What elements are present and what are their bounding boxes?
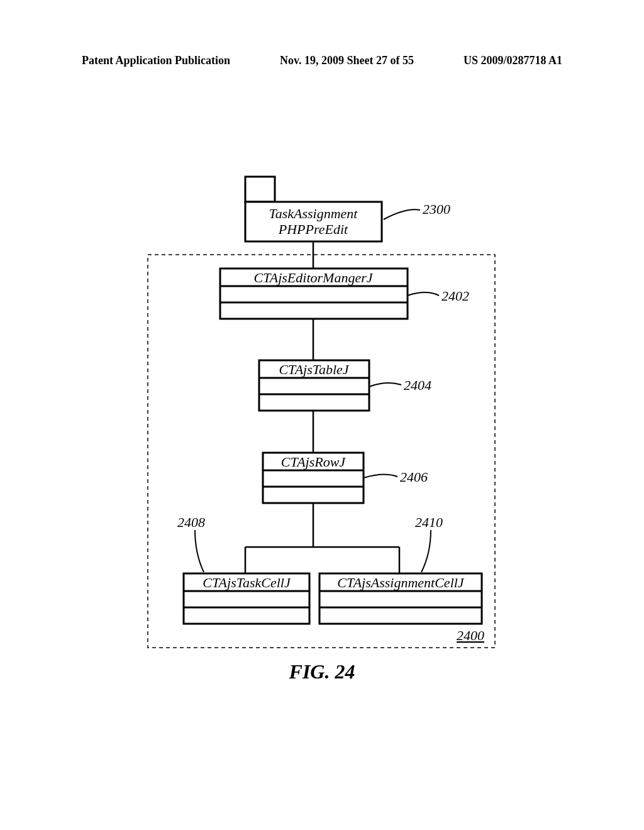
uml-class-2300-title-line1: TaskAssignment — [269, 206, 358, 221]
ref-2300: 2300 — [423, 201, 450, 218]
uml-class-2300: TaskAssignment PHPPreEdit — [245, 177, 382, 241]
uml-class-2408-title: CTAjsTaskCellJ — [203, 575, 291, 590]
leader-2404 — [369, 383, 401, 387]
uml-class-2406-title: CTAjsRowJ — [281, 454, 347, 470]
uml-class-2406: CTAjsRowJ — [263, 453, 364, 503]
uml-class-2300-title-line2: PHPPreEdit — [278, 221, 348, 237]
uml-class-2404: CTAjsTableJ — [259, 360, 369, 411]
ref-2400: 2400 — [457, 628, 484, 643]
uml-class-2408: CTAjsTaskCellJ — [184, 573, 309, 624]
uml-class-2404-title: CTAjsTableJ — [279, 362, 349, 377]
figure-caption: FIG. 24 — [0, 660, 644, 683]
svg-rect-0 — [245, 177, 275, 202]
leader-2406 — [364, 474, 397, 478]
ref-2404: 2404 — [404, 377, 431, 394]
leader-2408 — [195, 530, 204, 572]
ref-2410: 2410 — [415, 514, 443, 531]
leader-2410 — [421, 530, 431, 572]
figure-24-diagram: TaskAssignment PHPPreEdit CTAjsEditorMan… — [0, 0, 644, 830]
ref-2406: 2406 — [400, 469, 428, 485]
leader-2300 — [384, 209, 420, 219]
uml-class-2402-title: CTAjsEditorMangerJ — [253, 270, 373, 285]
uml-class-2410-title: CTAjsAssignmentCellJ — [337, 575, 464, 590]
uml-class-2402: CTAjsEditorMangerJ — [220, 268, 408, 319]
leader-2402 — [408, 292, 439, 296]
ref-2408: 2408 — [177, 514, 205, 531]
ref-2402: 2402 — [441, 288, 469, 304]
uml-class-2410: CTAjsAssignmentCellJ — [319, 573, 482, 624]
